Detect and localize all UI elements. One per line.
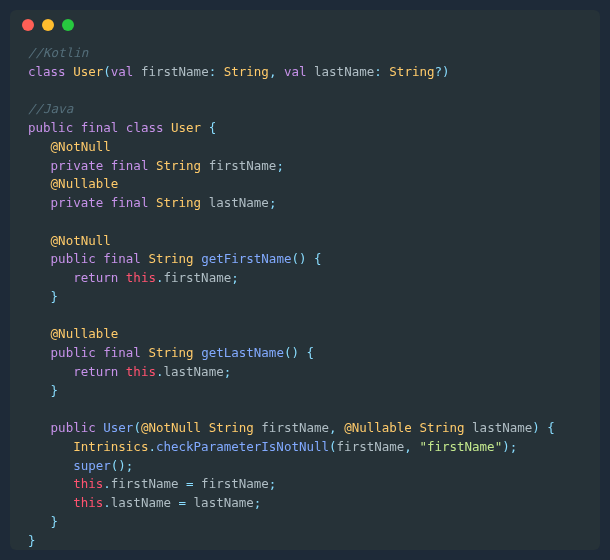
kw: private bbox=[51, 195, 104, 210]
punct: ; bbox=[126, 458, 134, 473]
kw-this: this bbox=[73, 495, 103, 510]
annotation: @NotNull bbox=[51, 139, 111, 154]
punct: . bbox=[148, 439, 156, 454]
kw: public bbox=[28, 120, 73, 135]
punct: . bbox=[103, 476, 111, 491]
punct: . bbox=[103, 495, 111, 510]
punct: () bbox=[111, 458, 126, 473]
fn: super bbox=[73, 458, 111, 473]
punct: ; bbox=[254, 495, 262, 510]
ident: lastName bbox=[314, 64, 374, 79]
type: String bbox=[209, 420, 254, 435]
kw: class bbox=[126, 120, 164, 135]
kw: public bbox=[51, 251, 96, 266]
kw: class bbox=[28, 64, 66, 79]
minimize-icon[interactable] bbox=[42, 19, 54, 31]
type: String bbox=[148, 251, 193, 266]
ident: lastName bbox=[472, 420, 532, 435]
fn: getLastName bbox=[201, 345, 284, 360]
fn: getFirstName bbox=[201, 251, 291, 266]
punct: } bbox=[51, 514, 59, 529]
comment: //Kotlin bbox=[28, 45, 88, 60]
kw: final bbox=[103, 251, 141, 266]
ident: firstName bbox=[337, 439, 405, 454]
punct: { bbox=[201, 120, 216, 135]
punct: , bbox=[329, 420, 344, 435]
kw: final bbox=[81, 120, 119, 135]
punct: } bbox=[51, 383, 59, 398]
punct: ; bbox=[510, 439, 518, 454]
punct: { bbox=[299, 345, 314, 360]
kw: final bbox=[111, 158, 149, 173]
ident: firstName bbox=[163, 270, 231, 285]
annotation: @Nullable bbox=[51, 176, 119, 191]
fn: checkParameterIsNotNull bbox=[156, 439, 329, 454]
ident: firstName bbox=[201, 476, 269, 491]
ident: firstName bbox=[111, 476, 179, 491]
ident: lastName bbox=[194, 495, 254, 510]
punct: ; bbox=[269, 195, 277, 210]
punct: ( bbox=[329, 439, 337, 454]
kw: public bbox=[51, 345, 96, 360]
punct: : bbox=[374, 64, 389, 79]
kw: final bbox=[111, 195, 149, 210]
annotation: @NotNull bbox=[141, 420, 201, 435]
kw-this: this bbox=[73, 476, 103, 491]
punct: } bbox=[51, 289, 59, 304]
string: "firstName" bbox=[419, 439, 502, 454]
code-area: //Kotlin class User(val firstName: Strin… bbox=[10, 40, 600, 550]
punct: ) bbox=[502, 439, 510, 454]
punct: () bbox=[284, 345, 299, 360]
type: String bbox=[148, 345, 193, 360]
punct: ; bbox=[276, 158, 284, 173]
punct: ; bbox=[231, 270, 239, 285]
kw: val bbox=[111, 64, 134, 79]
punct: { bbox=[540, 420, 555, 435]
punct: ; bbox=[269, 476, 277, 491]
kw-this: this bbox=[126, 364, 156, 379]
type: String bbox=[389, 64, 434, 79]
ident: firstName bbox=[209, 158, 277, 173]
punct: ( bbox=[133, 420, 141, 435]
annotation: @Nullable bbox=[344, 420, 412, 435]
kw: val bbox=[284, 64, 307, 79]
type: String bbox=[156, 158, 201, 173]
ident: lastName bbox=[111, 495, 171, 510]
punct: { bbox=[307, 251, 322, 266]
comment: //Java bbox=[28, 101, 73, 116]
punct: ; bbox=[224, 364, 232, 379]
punct: , bbox=[269, 64, 284, 79]
type: User bbox=[171, 120, 201, 135]
zoom-icon[interactable] bbox=[62, 19, 74, 31]
ident: lastName bbox=[163, 364, 223, 379]
punct: ) bbox=[532, 420, 540, 435]
punct: , bbox=[404, 439, 419, 454]
type: String bbox=[419, 420, 464, 435]
punct: ) bbox=[442, 64, 450, 79]
titlebar bbox=[10, 10, 600, 40]
type: String bbox=[156, 195, 201, 210]
punct: = bbox=[179, 476, 202, 491]
close-icon[interactable] bbox=[22, 19, 34, 31]
kw: return bbox=[73, 270, 118, 285]
annotation: @Nullable bbox=[51, 326, 119, 341]
kw: final bbox=[103, 345, 141, 360]
kw-this: this bbox=[126, 270, 156, 285]
type: Intrinsics bbox=[73, 439, 148, 454]
punct: = bbox=[171, 495, 194, 510]
punct: ( bbox=[103, 64, 111, 79]
fn: User bbox=[103, 420, 133, 435]
ident: lastName bbox=[209, 195, 269, 210]
kw: public bbox=[51, 420, 96, 435]
ident: firstName bbox=[261, 420, 329, 435]
code-window: //Kotlin class User(val firstName: Strin… bbox=[10, 10, 600, 550]
punct: : bbox=[209, 64, 224, 79]
ident: firstName bbox=[141, 64, 209, 79]
kw: return bbox=[73, 364, 118, 379]
annotation: @NotNull bbox=[51, 233, 111, 248]
punct: } bbox=[28, 533, 36, 548]
type: User bbox=[73, 64, 103, 79]
punct: () bbox=[291, 251, 306, 266]
kw: private bbox=[51, 158, 104, 173]
type: String bbox=[224, 64, 269, 79]
